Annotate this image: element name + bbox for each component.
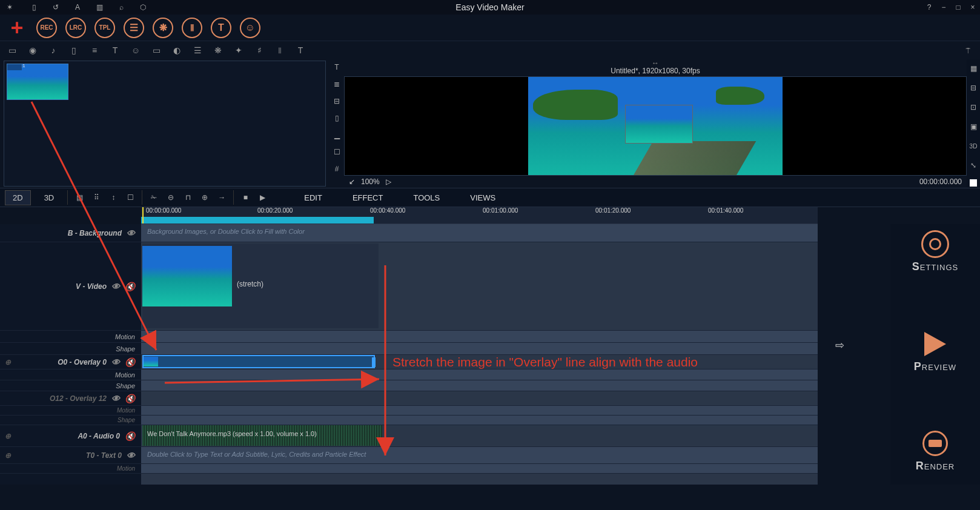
track-row-text0[interactable]: Double Click to Type Text or Add Subtitl…: [141, 447, 818, 464]
playhead[interactable]: [142, 207, 144, 224]
equalize-button[interactable]: ⦀: [182, 18, 202, 38]
tool-hash-icon[interactable]: ♯: [253, 44, 265, 56]
list-button[interactable]: ☰: [124, 18, 144, 38]
tool-text-icon[interactable]: T: [109, 44, 121, 56]
close-icon[interactable]: ×: [968, 2, 978, 12]
eye-icon[interactable]: 👁: [111, 282, 120, 291]
sidetool-grid-icon[interactable]: #: [331, 164, 342, 174]
rtool-swap-icon[interactable]: ⤡: [968, 160, 979, 171]
add-track-icon[interactable]: ⊕: [5, 358, 11, 366]
tool-bars-icon[interactable]: ▯: [68, 44, 80, 56]
rtool-3d-icon[interactable]: 3D: [968, 141, 979, 151]
mt-plus-icon[interactable]: ⊕: [199, 192, 210, 203]
track-label-overlay12[interactable]: O12 - Overlay 12 👁 🔇: [0, 391, 141, 406]
mt-arrow-icon[interactable]: →: [216, 192, 227, 203]
sidetool-chart-icon[interactable]: ▁: [331, 130, 342, 141]
tool-puzzle-icon[interactable]: ✦: [233, 44, 245, 56]
preview-play-icon[interactable]: ▷: [386, 177, 391, 186]
tools-menu[interactable]: TOOLS: [407, 193, 446, 202]
track-label-motion[interactable]: Motion: [0, 331, 141, 343]
track-label-motion[interactable]: Motion: [0, 464, 141, 474]
tool-mic-icon[interactable]: ⍑: [962, 44, 974, 56]
tool-music-icon[interactable]: ♪: [47, 44, 59, 56]
track-label-overlay0[interactable]: ⊕ O0 - Overlay 0 👁 🔇: [0, 355, 141, 369]
track-label-shape[interactable]: Shape: [0, 343, 141, 355]
mt-grid-icon[interactable]: ⠿: [91, 192, 102, 203]
effect-menu[interactable]: EFFECT: [346, 193, 389, 202]
rtool-fit-icon[interactable]: ⊡: [968, 102, 979, 113]
tool-rect-icon[interactable]: ▭: [6, 44, 18, 56]
rtool-square-icon[interactable]: [970, 179, 977, 187]
track-row-background[interactable]: Background Images, or Double Click to Fi…: [141, 224, 818, 242]
sidetool-bars-icon[interactable]: ▯: [331, 113, 342, 124]
track-row-video[interactable]: (stretch): [141, 242, 818, 331]
track-label-motion[interactable]: Motion: [0, 406, 141, 416]
track-label-audio0[interactable]: ⊕ A0 - Audio 0 🔇: [0, 425, 141, 447]
history-icon[interactable]: ↺: [51, 2, 61, 12]
track-row-motion[interactable]: [141, 369, 818, 380]
tool-battery-icon[interactable]: ▭: [150, 44, 162, 56]
track-label-video[interactable]: V - Video 👁 🔇: [0, 242, 141, 331]
overlay-clip-handle[interactable]: [372, 357, 376, 367]
rec-button[interactable]: REC: [36, 18, 57, 38]
mt-cut-icon[interactable]: ✁: [148, 192, 159, 203]
render-button[interactable]: RENDER: [916, 429, 955, 472]
mute-icon[interactable]: 🔇: [125, 394, 135, 403]
effect-button[interactable]: ❋: [153, 18, 173, 38]
sidetool-ruler-icon[interactable]: ⊟: [331, 96, 342, 107]
video-clip[interactable]: (stretch): [142, 243, 379, 328]
settings-button[interactable]: SETTINGS: [912, 230, 958, 273]
track-row-overlay12[interactable]: [141, 391, 818, 406]
mt-updown-icon[interactable]: ↕: [108, 192, 119, 203]
audio-clip[interactable]: We Don't Talk Anymore.mp3 (speed x 1.00,…: [142, 425, 382, 446]
add-media-button[interactable]: +: [6, 17, 28, 39]
search-icon[interactable]: ⌕: [116, 2, 126, 12]
tool-contrast-icon[interactable]: ◐: [171, 44, 183, 56]
mute-icon[interactable]: 🔇: [125, 431, 135, 441]
help-icon[interactable]: ?: [924, 2, 934, 12]
fit-icon[interactable]: ↙: [349, 177, 355, 186]
track-row-shape[interactable]: [141, 343, 818, 355]
add-track-icon[interactable]: ⊕: [5, 451, 11, 460]
track-row-motion[interactable]: [141, 331, 818, 343]
track-row-motion[interactable]: [141, 406, 818, 416]
mt-box-icon[interactable]: ☐: [125, 192, 136, 203]
layout-icon[interactable]: ▥: [94, 2, 104, 12]
tool-list2-icon[interactable]: ☰: [191, 44, 204, 56]
track-label-shape[interactable]: Shape: [0, 416, 141, 425]
person-button[interactable]: ☺: [240, 18, 260, 38]
maximize-icon[interactable]: □: [953, 2, 963, 12]
tool-text2-icon[interactable]: T: [294, 44, 306, 56]
track-label-text0[interactable]: ⊕ T0 - Text 0 👁: [0, 447, 141, 464]
collapse-arrow-icon[interactable]: ⇨: [835, 339, 844, 352]
text-tool-button[interactable]: T: [211, 18, 231, 38]
eye-icon[interactable]: 👁: [127, 228, 135, 238]
rtool-grid-icon[interactable]: ▦: [968, 63, 979, 74]
sidetool-list-icon[interactable]: ≣: [331, 79, 342, 90]
tool-camera-icon[interactable]: ◉: [27, 44, 39, 56]
add-track-icon[interactable]: ⊕: [5, 432, 11, 440]
track-row-overlay0[interactable]: [141, 355, 818, 369]
edit-icon[interactable]: A: [73, 2, 82, 12]
media-bin[interactable]: V:1 O0:1: [4, 61, 326, 187]
tool-flower-icon[interactable]: ❋: [212, 44, 224, 56]
track-row-audio0[interactable]: We Don't Talk Anymore.mp3 (speed x 1.00,…: [141, 425, 818, 447]
rtool-align-icon[interactable]: ⊟: [968, 82, 979, 93]
tpl-button[interactable]: TPL: [94, 18, 115, 38]
lrc-button[interactable]: LRC: [65, 18, 86, 38]
tracks-content[interactable]: Background Images, or Double Click to Fi…: [141, 224, 818, 485]
file-icon[interactable]: ▯: [29, 2, 39, 12]
sidetool-text-icon[interactable]: T: [331, 62, 342, 73]
mt-stop-icon[interactable]: ■: [240, 192, 251, 203]
minimize-icon[interactable]: −: [939, 2, 949, 12]
mt-link-icon[interactable]: ⊓: [182, 192, 193, 203]
timeline-ruler[interactable]: 00:00:00.000 00:00:20.000 00:00:40.000 0…: [141, 207, 818, 224]
views-menu[interactable]: VIEWS: [464, 193, 502, 202]
view-3d-tab[interactable]: 3D: [37, 191, 62, 205]
track-row-shape[interactable]: [141, 380, 818, 391]
media-thumbnail[interactable]: V:1 O0:1: [7, 64, 68, 100]
track-label-motion[interactable]: Motion: [0, 369, 141, 380]
preview-canvas[interactable]: [344, 76, 967, 176]
mute-icon[interactable]: 🔇: [125, 357, 135, 367]
tool-emoji-icon[interactable]: ☺: [130, 44, 142, 56]
